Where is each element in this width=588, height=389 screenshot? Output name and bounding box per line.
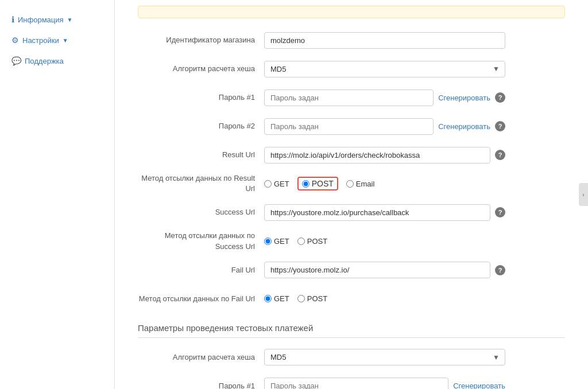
result-method-get-option[interactable]: GET	[264, 180, 289, 188]
fail-method-radio-group: GET POST	[264, 294, 327, 303]
test-hash-select[interactable]: MD5 SHA256	[264, 349, 505, 365]
fail-method-control: GET POST	[264, 294, 505, 303]
fail-method-post-option[interactable]: POST	[297, 294, 327, 303]
support-icon: 💬	[11, 56, 21, 65]
success-url-label: Success Url	[138, 207, 264, 217]
password2-label: Пароль #2	[138, 121, 264, 131]
fail-method-get-label: GET	[274, 294, 289, 303]
result-method-row: Метод отсылки данных по Result Url GET P…	[138, 173, 565, 194]
password1-label: Пароль #1	[138, 92, 264, 103]
password2-row: Пароль #2 Сгенерировать ?	[138, 116, 565, 137]
result-method-control: GET POST Email	[264, 177, 505, 190]
result-method-label: Метод отсылки данных по Result Url	[138, 173, 264, 194]
fail-url-row: Fail Url ?	[138, 260, 565, 281]
result-method-radio-group: GET POST Email	[264, 177, 374, 190]
success-method-post-option[interactable]: POST	[297, 237, 327, 246]
sidebar-item-settings-dropdown: ▼	[63, 37, 68, 44]
result-method-email-option[interactable]: Email	[346, 180, 375, 188]
settings-icon: ⚙	[11, 36, 19, 45]
fail-method-get-radio[interactable]	[264, 295, 272, 302]
fail-method-label: Метод отсылки данных по Fail Url	[138, 294, 264, 304]
success-url-row: Success Url ?	[138, 202, 565, 223]
sidebar-item-settings-label: Настройки	[22, 36, 59, 45]
result-method-email-label: Email	[356, 180, 375, 188]
sidebar-item-info-label: Информация	[18, 15, 64, 24]
result-method-email-radio[interactable]	[346, 180, 354, 188]
result-method-get-radio[interactable]	[264, 180, 272, 188]
result-url-help-icon[interactable]: ?	[495, 150, 505, 160]
collapse-handle[interactable]: ›	[579, 183, 588, 206]
store-id-input[interactable]	[264, 32, 505, 49]
fail-url-label: Fail Url	[138, 265, 264, 275]
success-url-control: ?	[264, 204, 505, 221]
success-method-get-option[interactable]: GET	[264, 237, 289, 246]
test-password1-label: Пароль #1	[138, 381, 264, 389]
test-hash-row: Алгоритм расчета хеша MD5 SHA256 ▼	[138, 347, 565, 368]
hash-label: Алгоритм расчета хеша	[138, 64, 264, 74]
fail-method-post-radio[interactable]	[297, 295, 305, 302]
success-method-get-radio[interactable]	[264, 238, 272, 245]
success-method-post-label: POST	[307, 237, 327, 246]
fail-url-input[interactable]	[264, 262, 490, 278]
password1-input[interactable]	[264, 90, 434, 106]
password1-row: Пароль #1 Сгенерировать ?	[138, 87, 565, 108]
result-method-post-label: POST	[312, 179, 334, 188]
store-id-row: Идентификатор магазина	[138, 30, 565, 50]
sidebar-item-info-dropdown: ▼	[67, 17, 73, 23]
success-url-input[interactable]	[264, 204, 490, 221]
info-icon: ℹ	[11, 15, 14, 24]
result-method-post-radio[interactable]	[302, 180, 310, 188]
fail-url-help-icon[interactable]: ?	[495, 265, 505, 275]
success-method-control: GET POST	[264, 237, 505, 246]
store-id-control	[264, 32, 505, 49]
generate-password1-link[interactable]: Сгенерировать	[438, 94, 490, 102]
hash-control: MD5 SHA256 ▼	[264, 61, 505, 77]
collapse-icon: ›	[582, 192, 584, 198]
store-id-label: Идентификатор магазина	[138, 35, 264, 45]
result-url-label: Result Url	[138, 150, 264, 160]
fail-method-get-option[interactable]: GET	[264, 294, 289, 303]
result-url-control: ?	[264, 147, 505, 164]
result-method-post-option[interactable]: POST	[297, 177, 338, 190]
hash-select[interactable]: MD5 SHA256	[264, 61, 505, 77]
fail-method-post-label: POST	[307, 294, 327, 303]
sidebar-item-support-label: Поддержка	[25, 57, 64, 65]
success-method-label: Метод отсылки данных по Success Url	[138, 231, 264, 251]
notification-bar	[138, 6, 565, 18]
result-url-row: Result Url ?	[138, 145, 565, 165]
test-hash-control: MD5 SHA256 ▼	[264, 349, 505, 365]
sidebar-item-support[interactable]: 💬 Поддержка	[0, 53, 114, 69]
generate-test-password1-link[interactable]: Сгенерировать	[453, 382, 505, 389]
password2-control: Сгенерировать ?	[264, 118, 505, 135]
success-method-get-label: GET	[274, 237, 289, 246]
fail-method-row: Метод отсылки данных по Fail Url GET POS…	[138, 289, 565, 309]
success-method-post-radio[interactable]	[297, 238, 305, 245]
test-section-header: Параметры проведения тестовых платежей	[138, 323, 565, 338]
fail-url-control: ?	[264, 262, 505, 278]
test-password1-control: Сгенерировать	[264, 378, 505, 389]
generate-password2-link[interactable]: Сгенерировать	[438, 122, 490, 131]
sidebar-item-info[interactable]: ℹ Информация ▼	[0, 11, 114, 28]
sidebar-item-settings[interactable]: ⚙ Настройки ▼	[0, 32, 114, 48]
result-method-get-label: GET	[274, 180, 289, 188]
password1-control: Сгенерировать ?	[264, 90, 505, 106]
content-area: Идентификатор магазина Алгоритм расчета …	[115, 6, 588, 389]
hash-row: Алгоритм расчета хеша MD5 SHA256 ▼	[138, 59, 565, 79]
password2-input[interactable]	[264, 118, 434, 135]
success-url-help-icon[interactable]: ?	[495, 207, 505, 217]
success-method-radio-group: GET POST	[264, 237, 327, 246]
test-hash-select-wrap: MD5 SHA256 ▼	[264, 349, 505, 365]
main-content: Идентификатор магазина Алгоритм расчета …	[115, 0, 588, 389]
password2-help-icon[interactable]: ?	[495, 121, 505, 131]
test-hash-label: Алгоритм расчета хеша	[138, 352, 264, 363]
success-method-row: Метод отсылки данных по Success Url GET …	[138, 231, 565, 251]
test-password1-input[interactable]	[264, 378, 448, 389]
password1-help-icon[interactable]: ?	[495, 92, 505, 103]
sidebar: ℹ Информация ▼ ⚙ Настройки ▼ 💬 Поддержка	[0, 0, 115, 389]
test-password1-row: Пароль #1 Сгенерировать	[138, 376, 565, 389]
result-url-input[interactable]	[264, 147, 490, 164]
hash-select-wrap: MD5 SHA256 ▼	[264, 61, 505, 77]
